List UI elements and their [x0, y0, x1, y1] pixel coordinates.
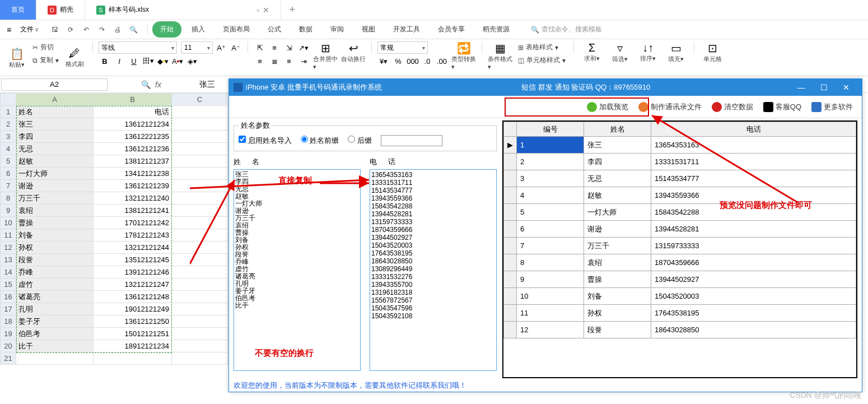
copy-button[interactable]: ⧉ 复制▾ [30, 54, 61, 66]
table-row[interactable]: 10刘备15043520003 [504, 288, 856, 305]
list-item[interactable]: 15143534777 [371, 187, 495, 194]
list-item[interactable]: 无忌 [235, 185, 359, 193]
preview-icon[interactable]: 🔍 [127, 24, 139, 36]
suffix-radio[interactable]: 后缀 [348, 136, 372, 146]
tab-daoke[interactable]: D稻壳 [36, 0, 85, 20]
align-center-icon[interactable]: ≣ [268, 55, 281, 67]
table-row[interactable]: 9曹操13944502927 [504, 271, 856, 288]
tab-add-button[interactable]: + [281, 0, 304, 20]
font-color-button[interactable]: A▾ [171, 55, 184, 67]
minimize-button[interactable]: — [790, 83, 813, 92]
table-row[interactable]: 20比干18912121234 [1, 340, 228, 352]
table-row[interactable]: 10曹操17012121242 [1, 217, 228, 229]
table-row[interactable]: 7谢逊13612121239 [1, 180, 228, 192]
table-row[interactable]: 13段誉13512121245 [1, 254, 228, 266]
currency-icon[interactable]: ¥▾ [377, 55, 390, 67]
name-box-input[interactable] [5, 80, 104, 89]
make-file-button[interactable]: 制作通讯录文件 [638, 102, 702, 112]
prefix-input[interactable] [381, 135, 442, 146]
menu-dev-tools[interactable]: 开发工具 [385, 21, 428, 38]
list-item[interactable]: 一灯大师 [235, 200, 359, 207]
table-row[interactable]: 6一灯大师13412121238 [1, 168, 228, 180]
font-combo[interactable]: 等线▾ [99, 41, 177, 54]
list-item[interactable]: 13089296449 [371, 265, 495, 273]
list-item[interactable]: 张三 [235, 171, 359, 178]
menu-daoke-res[interactable]: 稻壳资源 [475, 21, 517, 38]
wrap-button[interactable]: ↩自动换行 [341, 41, 366, 63]
list-item[interactable]: 13943559366 [371, 194, 495, 202]
tab-home[interactable]: 首页 [0, 0, 36, 20]
list-item[interactable]: 曹操 [235, 229, 359, 236]
effects-button[interactable]: ◈▾ [186, 55, 198, 67]
indent-icon[interactable]: ⇥ [297, 55, 310, 67]
fx-icon[interactable]: fx [155, 80, 161, 89]
bold-button[interactable]: B [99, 55, 111, 67]
menu-formula[interactable]: 公式 [260, 21, 289, 38]
table-row[interactable]: 9袁绍13812121241 [1, 205, 228, 217]
load-preview-button[interactable]: 加载预览 [587, 102, 628, 112]
cell-style-button[interactable]: ◫ 单元格样式▾ [516, 54, 568, 66]
table-row[interactable]: 16诸葛亮13612121248 [1, 291, 228, 303]
cell-button[interactable]: ⊡单元格 [700, 41, 725, 63]
list-item[interactable]: 18704359666 [371, 226, 495, 234]
number-format-combo[interactable]: 常规▾ [377, 41, 428, 54]
menu-vip[interactable]: 会员专享 [430, 21, 473, 38]
more-software-button[interactable]: 更多软件 [811, 102, 853, 112]
tab-dropdown-icon[interactable]: ▫ [256, 6, 259, 15]
clear-data-button[interactable]: 清空数据 [712, 102, 753, 112]
undo-icon[interactable]: ↶ [80, 24, 92, 36]
menu-view[interactable]: 视图 [354, 21, 383, 38]
table-row[interactable]: 2张三13612121234 [1, 118, 228, 131]
format-painter-button[interactable]: 🖉格式刷 [62, 47, 87, 68]
list-item[interactable]: 15043520003 [371, 242, 495, 249]
align-right-icon[interactable]: ≡ [283, 55, 295, 67]
italic-button[interactable]: I [113, 55, 125, 67]
redo-icon[interactable]: ↷ [96, 24, 108, 36]
table-row[interactable]: 12孙权13212121244 [1, 242, 228, 254]
menu-insert[interactable]: 插入 [184, 21, 213, 38]
table-style-button[interactable]: ⊞ 表格样式▾ [516, 41, 568, 53]
list-item[interactable]: 13943355700 [371, 281, 495, 289]
menu-data[interactable]: 数据 [291, 21, 320, 38]
table-row[interactable]: ▶1张三13654353163 [504, 137, 856, 154]
list-item[interactable]: 13944528281 [371, 210, 495, 218]
increase-font-icon[interactable]: A⁺ [215, 41, 227, 54]
list-item[interactable]: 李四 [235, 178, 359, 185]
table-row[interactable]: 12段誉18643028850 [504, 322, 856, 338]
paste-button[interactable]: 📋粘贴▾ [4, 47, 29, 69]
merge-button[interactable]: ⊞合并居中▾ [313, 41, 338, 71]
percent-icon[interactable]: % [392, 55, 404, 67]
list-item[interactable]: 13331531711 [371, 179, 495, 187]
increase-decimal-icon[interactable]: .0 [421, 55, 433, 67]
list-item[interactable]: 13159733333 [371, 218, 495, 226]
list-item[interactable]: 刘备 [235, 236, 359, 244]
table-row[interactable]: 19伯邑考15012121251 [1, 328, 228, 340]
table-row[interactable]: 18姜子牙13612121250 [1, 315, 228, 328]
refresh-icon[interactable]: ⟳ [64, 24, 77, 36]
list-item[interactable]: 15567872567 [371, 296, 495, 304]
preview-grid-wrap[interactable]: 编号姓名电话▶1张三136543531632李四133315317113无忌15… [502, 120, 857, 378]
list-item[interactable]: 18643028850 [371, 257, 495, 265]
table-row[interactable]: 8万三千13212121240 [1, 192, 228, 205]
hamburger-icon[interactable]: ≡ [4, 23, 13, 36]
list-item[interactable]: 诸葛亮 [235, 273, 359, 280]
table-row[interactable]: 3李四13612221235 [1, 131, 228, 143]
menu-start[interactable]: 开始 [152, 21, 181, 38]
phones-listbox[interactable]: 1365435316313331531711151435347771394355… [370, 169, 497, 371]
save-icon[interactable]: 🖫 [49, 24, 61, 36]
table-row[interactable]: 5赵敏13812121237 [1, 155, 228, 168]
decrease-decimal-icon[interactable]: .00 [436, 55, 448, 67]
table-row[interactable]: 8袁绍18704359666 [504, 254, 856, 271]
list-item[interactable]: 17643538195 [371, 249, 495, 257]
prefix-radio[interactable]: 姓名前缀 [301, 136, 339, 146]
table-row[interactable]: 17孔明19012121249 [1, 303, 228, 315]
menu-page-layout[interactable]: 页面布局 [215, 21, 258, 38]
menu-review[interactable]: 审阅 [323, 21, 352, 38]
names-listbox[interactable]: 张三李四无忌赵敏一灯大师谢逊万三千袁绍曹操刘备孙权段誉乔峰虚竹诸葛亮孔明姜子牙伯… [234, 169, 361, 371]
sort-button[interactable]: ↓↑排序▾ [636, 41, 660, 63]
tab-file[interactable]: S 样本号码.xlsx ▫ ✕ [85, 0, 281, 20]
close-button[interactable]: ✕ [835, 83, 857, 92]
list-item[interactable]: 万三千 [235, 215, 359, 222]
list-item[interactable]: 15843542288 [371, 202, 495, 210]
table-row[interactable]: 3无忌15143534777 [504, 170, 856, 187]
